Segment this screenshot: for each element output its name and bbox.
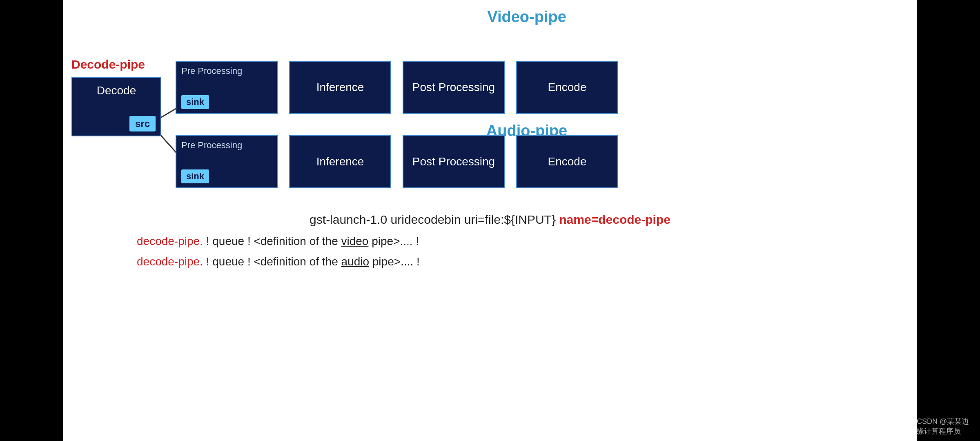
main-content: Video-pipe Decode-pipe Decode src xyxy=(63,0,917,441)
pipe1-rest: ! queue ! <definition of the xyxy=(203,235,341,247)
audio-post-processing-label: Post Processing xyxy=(412,155,495,168)
diagram-area: Decode-pipe Decode src Pre Processing si… xyxy=(63,33,917,209)
audio-pipe-row: Pre Processing sink Inference Post Proce… xyxy=(176,135,618,188)
right-panel: CSDN @某某边缘计算程序员 xyxy=(917,0,980,441)
pipe2-prefix: decode-pipe. xyxy=(137,255,203,268)
pipe2-rest: ! queue ! <definition of the xyxy=(203,255,341,268)
video-post-processing-box: Post Processing xyxy=(403,61,505,114)
video-encode-label: Encode xyxy=(548,81,587,94)
cmd-prefix: gst-launch-1.0 uridecodebin uri=file:${I… xyxy=(310,213,559,226)
pipe1-underline: video xyxy=(341,235,369,247)
video-sink-badge: sink xyxy=(181,95,209,109)
pipe1-prefix: decode-pipe. xyxy=(137,235,203,247)
pipe2-underline: audio xyxy=(341,255,370,268)
pipe-line-2: decode-pipe. ! queue ! <definition of th… xyxy=(88,255,892,268)
video-post-processing-label: Post Processing xyxy=(412,81,495,94)
cmd-line: gst-launch-1.0 uridecodebin uri=file:${I… xyxy=(88,213,892,227)
bottom-section: gst-launch-1.0 uridecodebin uri=file:${I… xyxy=(63,209,917,268)
watermark: CSDN @某某边缘计算程序员 xyxy=(917,416,976,436)
decode-label: Decode xyxy=(97,84,136,97)
cmd-highlight: name=decode-pipe xyxy=(559,213,670,226)
audio-sink-badge: sink xyxy=(181,169,209,183)
audio-encode-label: Encode xyxy=(548,155,587,168)
pipe-line-1: decode-pipe. ! queue ! <definition of th… xyxy=(88,235,892,248)
video-inference-box: Inference xyxy=(289,61,391,114)
audio-encode-box: Encode xyxy=(516,135,618,188)
video-pre-processing-box: Pre Processing sink xyxy=(176,61,278,114)
video-encode-box: Encode xyxy=(516,61,618,114)
audio-pre-processing-label: Pre Processing xyxy=(181,140,242,151)
video-inference-label: Inference xyxy=(316,81,364,94)
left-panel xyxy=(0,0,63,441)
video-pre-processing-label: Pre Processing xyxy=(181,66,242,76)
decode-pipe-label: Decode-pipe xyxy=(71,58,145,71)
pipe1-suffix: pipe>.... ! xyxy=(368,235,419,247)
audio-pre-processing-box: Pre Processing sink xyxy=(176,135,278,188)
audio-inference-box: Inference xyxy=(289,135,391,188)
video-pipe-row: Pre Processing sink Inference Post Proce… xyxy=(176,61,618,114)
audio-inference-label: Inference xyxy=(316,155,364,168)
video-pipe-title: Video-pipe xyxy=(137,8,917,26)
audio-post-processing-box: Post Processing xyxy=(403,135,505,188)
pipe2-suffix: pipe>.... ! xyxy=(369,255,420,268)
